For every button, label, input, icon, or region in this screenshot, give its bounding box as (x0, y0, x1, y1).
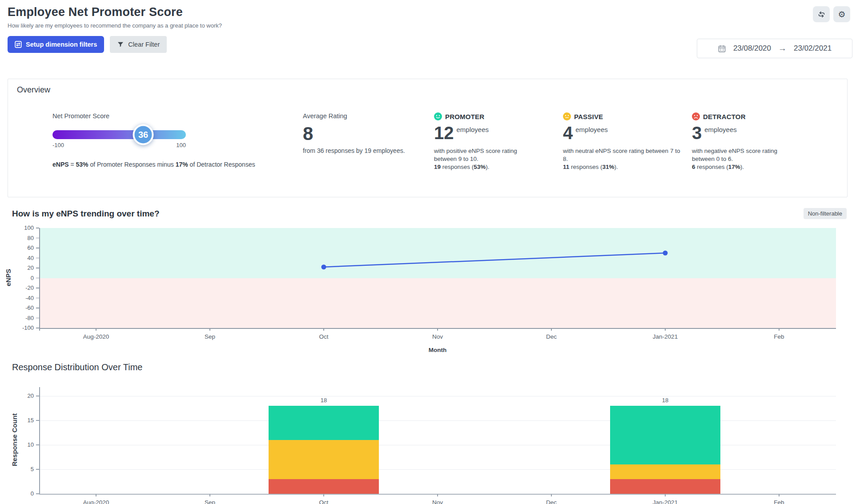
enps-formula: eNPS = 53% of Promoter Responses minus 1… (52, 161, 257, 168)
overview-grid: Net Promoter Score 36 -100 100 eNPS = 53… (17, 95, 838, 188)
x-tick-mark (96, 494, 96, 496)
distribution-section-title: Response Distribution Over Time (12, 362, 860, 372)
x-tick-label: Aug-2020 (69, 499, 123, 504)
title-block: Employee Net Promoter Score How likely a… (8, 5, 222, 29)
trend-point-Jan-2021[interactable] (663, 251, 668, 256)
bar-segment-detractor-Jan-2021[interactable] (610, 479, 720, 494)
trend-point-Oct[interactable] (321, 264, 326, 269)
y-tick-label: 40 (8, 255, 34, 261)
smiley-neutral-icon (563, 112, 571, 120)
y-tick-label: 20 (12, 392, 34, 399)
gear-icon: ⚙ (838, 10, 845, 19)
y-axis-title: Response Count (11, 404, 18, 476)
funnel-icon (117, 41, 124, 48)
repeat-icon (817, 10, 826, 19)
nps-score-value: 36 (138, 130, 148, 140)
detractor-stats: 6 responses (17%). (692, 163, 803, 171)
promoter-description: with positive eNPS score rating between … (434, 147, 540, 163)
promoter-count: 12 (434, 124, 454, 142)
y-tick-mark (36, 308, 39, 308)
x-tick-mark (437, 494, 438, 496)
calendar-icon (718, 44, 726, 53)
x-tick-label: Nov (411, 333, 464, 340)
overview-card: Overview Net Promoter Score 36 -100 100 … (8, 79, 848, 197)
overview-title: Overview (17, 85, 838, 95)
smiley-happy-icon (434, 112, 442, 120)
x-tick-mark (551, 328, 552, 331)
y-tick-label: 0 (8, 275, 34, 281)
y-tick-label: 60 (8, 244, 34, 251)
detractor-block: DETRACTOR 3 employees with negative eNPS… (692, 112, 803, 172)
bar-segment-passive-Oct[interactable] (269, 440, 379, 479)
response-distribution-bar-chart: 051015201818Aug-2020SepOctNovDecJan-2021… (0, 384, 860, 504)
x-tick-label: Sep (183, 499, 237, 504)
enps-trend-series (39, 228, 836, 328)
arrow-right-icon: → (778, 44, 787, 53)
nps-gauge: 36 (52, 130, 186, 139)
y-tick-label: 0 (12, 490, 34, 497)
bar-segment-promoter-Jan-2021[interactable] (610, 406, 720, 464)
x-tick-mark (323, 328, 324, 331)
detractor-label: DETRACTOR (703, 113, 746, 120)
x-tick-mark (665, 328, 666, 331)
passive-header: PASSIVE (563, 112, 687, 120)
average-rating-value: 8 (303, 124, 423, 144)
date-range-picker[interactable]: 23/08/2020 → 23/02/2021 (697, 39, 852, 58)
promoter-label: PROMOTER (445, 113, 484, 120)
x-tick-label: Feb (752, 333, 806, 340)
top-actions: ⚙ (813, 6, 850, 22)
y-tick-label: 80 (8, 235, 34, 241)
trend-section-header: How is my eNPS trending over time? Non-f… (12, 208, 847, 219)
bar-total-label: 18 (310, 397, 337, 404)
promoter-block: PROMOTER 12 employees with positive eNPS… (434, 112, 545, 172)
y-tick-label: 20 (8, 264, 34, 271)
y-tick-mark (36, 278, 39, 279)
average-rating-label: Average Rating (303, 112, 423, 120)
y-tick-mark (36, 420, 39, 421)
bar-segment-detractor-Oct[interactable] (269, 479, 379, 494)
x-tick-label: Dec (525, 333, 578, 340)
x-tick-mark (665, 494, 666, 496)
y-tick-mark (36, 444, 39, 445)
y-tick-mark (36, 268, 39, 268)
bar-segment-passive-Jan-2021[interactable] (610, 464, 720, 479)
x-tick-mark (323, 494, 324, 496)
refresh-button[interactable] (813, 6, 830, 22)
x-tick-label: Oct (297, 333, 350, 340)
y-tick-label: -40 (8, 295, 34, 301)
y-tick-mark (36, 238, 39, 239)
average-rating-block: Average Rating 8 from 36 responses by 19… (303, 112, 423, 154)
y-tick-label: 100 (8, 224, 34, 231)
formula-term: eNPS (52, 161, 69, 168)
y-tick-mark (36, 288, 39, 288)
clear-filter-button[interactable]: Clear Filter (110, 36, 167, 53)
x-axis-title: Month (411, 347, 464, 353)
x-tick-mark (209, 494, 210, 496)
detractor-header: DETRACTOR (692, 112, 803, 120)
nps-score-badge: 36 (133, 124, 154, 145)
y-tick-mark (36, 469, 39, 470)
trend-line (324, 253, 665, 267)
passive-block: PASSIVE 4 employees with neutral eNPS sc… (563, 112, 687, 172)
nps-scale-max: 100 (176, 142, 186, 148)
x-tick-mark (209, 328, 210, 331)
setup-dimension-filters-button[interactable]: Setup dimension filters (8, 36, 104, 53)
detractor-unit: employees (704, 126, 737, 133)
y-tick-mark (36, 228, 39, 228)
bar-segment-promoter-Oct[interactable] (269, 406, 379, 440)
y-tick-label: -60 (8, 304, 34, 311)
settings-button[interactable]: ⚙ (833, 6, 850, 22)
non-filterable-badge: Non-filterable (804, 208, 847, 219)
x-tick-mark (779, 328, 780, 331)
passive-description: with neutral eNPS score rating between 7… (563, 147, 686, 163)
y-tick-mark (36, 298, 39, 299)
y-tick-mark (36, 258, 39, 259)
x-tick-mark (551, 494, 552, 496)
x-tick-label: Feb (752, 499, 806, 504)
nps-gauge-block: Net Promoter Score 36 -100 100 eNPS = 53… (52, 112, 257, 174)
setup-dimension-filters-label: Setup dimension filters (26, 41, 97, 48)
x-tick-label: Aug-2020 (69, 333, 123, 340)
promoter-stats: 19 responses (53%). (434, 163, 545, 171)
y-tick-mark (36, 248, 39, 248)
passive-label: PASSIVE (574, 113, 603, 120)
